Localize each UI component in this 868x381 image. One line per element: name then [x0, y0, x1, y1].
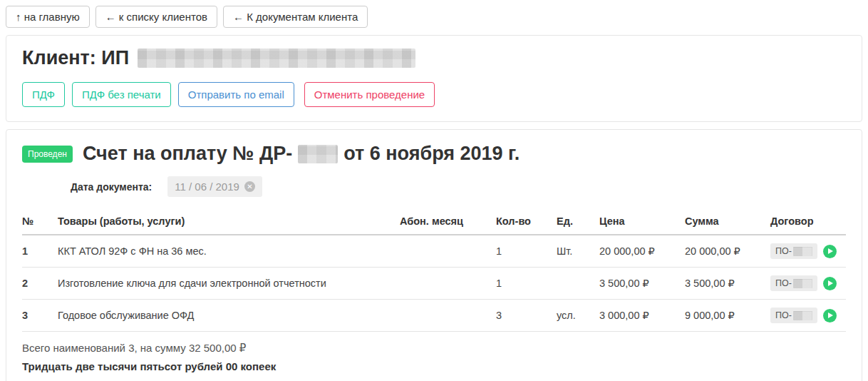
cell-abon-month: [400, 235, 496, 268]
home-button[interactable]: ↑ на главную: [6, 6, 90, 28]
invoice-title-prefix: Счет на оплату № ДР-: [83, 143, 292, 165]
cancel-posting-button[interactable]: Отменить проведение: [304, 82, 435, 107]
column-header-qty: Кол-во: [496, 208, 557, 235]
cell-sum: 20 000,00 ₽: [685, 235, 770, 268]
column-header-price: Цена: [599, 208, 685, 235]
redacted-client-name: [138, 49, 415, 68]
cell-item-name: Годовое обслуживание ОФД: [58, 300, 400, 332]
table-header-row: № Товары (работы, услуги) Абон. месяц Ко…: [22, 208, 846, 235]
cell-price: 20 000,00 ₽: [599, 235, 685, 268]
cell-unit: Шт.: [557, 235, 599, 268]
invoice-title-suffix: от 6 ноября 2019 г.: [343, 143, 520, 165]
invoice-title-row: Проведен Счет на оплату № ДР- от 6 ноябр…: [22, 143, 846, 165]
redacted-contract-number: [793, 311, 812, 320]
cell-unit: усл.: [557, 300, 599, 332]
cell-unit: [557, 268, 599, 300]
document-date-label: Дата документа:: [71, 181, 152, 193]
cell-num: 3: [22, 300, 58, 332]
cell-num: 1: [22, 235, 58, 268]
column-header-items: Товары (работы, услуги): [58, 208, 400, 235]
cell-contract: ПО-: [770, 235, 846, 268]
cell-num: 2: [22, 268, 58, 300]
cell-price: 3 000,00 ₽: [599, 300, 685, 332]
cell-abon-month: [400, 268, 496, 300]
open-contract-button[interactable]: [823, 309, 837, 322]
table-row: 1 ККТ АТОЛ 92Ф с ФН на 36 мес. 1 Шт. 20 …: [22, 235, 846, 268]
cell-price: 3 500,00 ₽: [599, 268, 685, 300]
contract-badge[interactable]: ПО-: [770, 275, 817, 291]
cell-abon-month: [400, 300, 496, 332]
totals-summary: Всего наименований 3, на сумму 32 500,00…: [22, 342, 846, 355]
table-row: 2 Изготовление ключа для сдачи электронн…: [22, 268, 846, 300]
document-actions: ПДФ ПДФ без печати Отправить по email От…: [22, 82, 846, 107]
document-date-input[interactable]: 11 / 06 / 2019 ✕: [167, 176, 262, 197]
clear-date-icon[interactable]: ✕: [244, 181, 255, 192]
cell-contract: ПО-: [770, 268, 846, 300]
column-header-num: №: [22, 208, 58, 235]
cell-qty: 1: [496, 268, 557, 300]
cell-item-name: Изготовление ключа для сдачи электронной…: [58, 268, 400, 300]
invoice-title: Счет на оплату № ДР- от 6 ноября 2019 г.: [83, 143, 520, 165]
pdf-button[interactable]: ПДФ: [22, 82, 65, 107]
column-header-sum: Сумма: [685, 208, 770, 235]
client-documents-button[interactable]: ← К документам клиента: [223, 6, 368, 28]
table-row: 3 Годовое обслуживание ОФД 3 усл. 3 000,…: [22, 300, 846, 332]
open-contract-button[interactable]: [823, 245, 837, 258]
contract-prefix: ПО-: [775, 278, 792, 288]
invoice-panel: Проведен Счет на оплату № ДР- от 6 ноябр…: [6, 129, 862, 381]
contract-badge[interactable]: ПО-: [770, 243, 817, 259]
redacted-contract-number: [793, 279, 812, 288]
clients-list-button[interactable]: ← к списку клиентов: [95, 6, 217, 28]
client-title: Клиент: ИП: [22, 47, 846, 69]
column-header-abon-month: Абон. месяц: [400, 208, 496, 235]
contract-badge[interactable]: ПО-: [770, 308, 817, 323]
cell-contract: ПО-: [770, 300, 846, 332]
cell-item-name: ККТ АТОЛ 92Ф с ФН на 36 мес.: [58, 235, 400, 268]
invoice-items-table: № Товары (работы, услуги) Абон. месяц Ко…: [22, 208, 846, 332]
cell-sum: 9 000,00 ₽: [685, 300, 770, 332]
totals-amount-in-words: Тридцать две тысячи пятьсот рублей 00 ко…: [22, 360, 846, 372]
document-date-value: 11 / 06 / 2019: [175, 181, 239, 193]
cell-sum: 3 500,00 ₽: [685, 268, 770, 300]
pdf-no-stamp-button[interactable]: ПДФ без печати: [72, 82, 171, 107]
document-date-row: Дата документа: 11 / 06 / 2019 ✕: [71, 176, 846, 197]
column-header-contract: Договор: [770, 208, 846, 235]
client-panel: Клиент: ИП ПДФ ПДФ без печати Отправить …: [6, 35, 862, 122]
column-header-unit: Ед.: [557, 208, 599, 235]
redacted-invoice-number: [298, 145, 338, 163]
cell-qty: 3: [496, 300, 557, 332]
contract-prefix: ПО-: [775, 246, 792, 256]
client-title-text: Клиент: ИП: [22, 47, 129, 69]
cell-qty: 1: [496, 235, 557, 268]
send-email-button[interactable]: Отправить по email: [178, 82, 294, 107]
top-navigation: ↑ на главную ← к списку клиентов ← К док…: [0, 0, 868, 34]
invoice-totals: Всего наименований 3, на сумму 32 500,00…: [22, 342, 846, 372]
redacted-contract-number: [793, 247, 812, 256]
open-contract-button[interactable]: [823, 277, 837, 290]
status-badge: Проведен: [22, 146, 73, 163]
contract-prefix: ПО-: [775, 310, 792, 320]
